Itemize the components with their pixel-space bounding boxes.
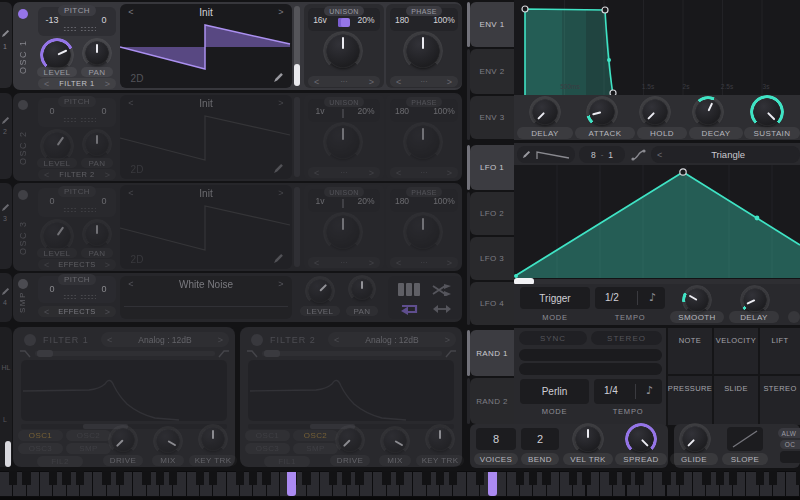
rand-mode-box[interactable]: Perlin bbox=[520, 379, 589, 404]
pressed-key[interactable] bbox=[287, 472, 296, 496]
sampler-pitch-box[interactable]: PITCH 0 0 bbox=[38, 276, 116, 303]
phase-option-selector[interactable]: < ··· > bbox=[390, 257, 458, 268]
bend-value-box[interactable]: 2 bbox=[521, 428, 559, 450]
note-icon[interactable]: ♪ bbox=[649, 291, 656, 304]
rand-tempo-box[interactable]: 1/4 ♪ bbox=[594, 379, 662, 404]
blend-slider-thumb[interactable] bbox=[37, 350, 53, 357]
phase-value[interactable]: 180 bbox=[392, 106, 412, 116]
chevron-left-icon[interactable]: < bbox=[314, 258, 319, 268]
tab-env1[interactable]: ENV 1 bbox=[470, 2, 514, 47]
filter2-link-fil1[interactable]: FIL1 bbox=[264, 456, 310, 467]
sample-display[interactable]: < > White Noise bbox=[120, 276, 292, 319]
unison-detune-knob[interactable] bbox=[326, 125, 360, 159]
filter1-input-osc3[interactable]: OSC3 bbox=[18, 443, 63, 454]
unison-detune-value[interactable]: 20% bbox=[354, 15, 378, 25]
sample-prev-icon[interactable]: < bbox=[126, 279, 136, 289]
chevron-right-icon[interactable]: > bbox=[369, 168, 374, 178]
edit-pencil-icon[interactable] bbox=[273, 163, 284, 174]
osc2-pan-knob[interactable] bbox=[85, 132, 109, 156]
chevron-right-icon[interactable]: > bbox=[447, 258, 452, 268]
chevron-right-icon[interactable]: > bbox=[105, 170, 110, 180]
chevron-right-icon[interactable]: > bbox=[447, 168, 452, 178]
osc1-pitch-box[interactable]: PITCH -13 0 bbox=[38, 7, 116, 36]
env-sustain-knob[interactable] bbox=[753, 98, 781, 126]
phase-option-selector[interactable]: < ··· > bbox=[390, 167, 458, 178]
rand-display-row1[interactable] bbox=[519, 349, 662, 361]
filter1-power-indicator[interactable] bbox=[24, 334, 36, 346]
phase-random-value[interactable]: 100% bbox=[431, 196, 457, 206]
filter2-blend-slider[interactable] bbox=[262, 351, 442, 356]
lfo-paint-box[interactable] bbox=[517, 146, 575, 163]
voices-value-box[interactable]: 8 bbox=[476, 428, 516, 450]
chevron-right-icon[interactable]: > bbox=[369, 258, 374, 268]
pitch-tune-value[interactable]: 0 bbox=[94, 106, 114, 116]
view-mode-label[interactable]: 2D bbox=[128, 164, 146, 175]
unison-option-selector[interactable]: < ··· > bbox=[308, 257, 380, 268]
chevron-right-icon[interactable]: > bbox=[105, 260, 110, 270]
unison-voices-value[interactable]: 16v bbox=[310, 15, 330, 25]
sample-name[interactable]: White Noise bbox=[150, 279, 262, 290]
mod-source-pressure[interactable]: PRESSURE bbox=[668, 376, 712, 425]
osc3-pitch-box[interactable]: PITCH 0 0 bbox=[38, 188, 116, 217]
pitch-tune-value[interactable]: 0 bbox=[94, 15, 114, 25]
filter1-link-fil2[interactable]: FIL2 bbox=[37, 456, 83, 467]
chevron-left-icon[interactable]: < bbox=[107, 335, 112, 345]
phase-random-value[interactable]: 100% bbox=[431, 106, 457, 116]
chevron-right-icon[interactable]: > bbox=[105, 307, 110, 317]
lfo-smooth-knob[interactable] bbox=[685, 288, 709, 312]
osc1-level-knob[interactable] bbox=[43, 41, 71, 69]
pitch-transpose-value[interactable]: 0 bbox=[40, 196, 64, 206]
osc1-routing-selector[interactable]: < FILTER 1 > bbox=[38, 78, 116, 89]
pitch-transpose-value[interactable]: -13 bbox=[40, 15, 64, 25]
filter2-type-selector[interactable]: < Analog : 12dB > bbox=[328, 332, 456, 347]
filter1-response-display[interactable] bbox=[21, 360, 227, 421]
smooth-curve-icon[interactable] bbox=[630, 148, 648, 162]
env-decay-knob[interactable] bbox=[695, 99, 721, 125]
bounce-arrows-icon[interactable] bbox=[433, 304, 451, 314]
phase-value[interactable]: 180 bbox=[392, 15, 412, 25]
wavetable-frame-slider[interactable] bbox=[294, 187, 300, 267]
filter2-keytrk-knob[interactable] bbox=[428, 427, 452, 451]
filter1-type-selector[interactable]: < Analog : 12dB > bbox=[101, 332, 229, 347]
view-mode-label[interactable]: 2D bbox=[128, 73, 146, 84]
lfo-tempo-box[interactable]: 1/2 ♪ bbox=[595, 287, 665, 309]
filter2-input-osc1[interactable]: OSC1 bbox=[245, 430, 290, 441]
lfo-grid-ratio[interactable]: 8 - 1 bbox=[579, 146, 625, 163]
mod-source-stereo[interactable]: STEREO bbox=[760, 376, 800, 425]
osc2-power-indicator[interactable] bbox=[18, 100, 28, 110]
chevron-left-icon[interactable]: < bbox=[334, 335, 339, 345]
filter1-input-osc2[interactable]: OSC2 bbox=[66, 430, 111, 441]
tab-lfo4[interactable]: LFO 4 bbox=[470, 282, 514, 325]
filter2-power-indicator[interactable] bbox=[251, 334, 263, 346]
chevron-left-icon[interactable]: < bbox=[44, 79, 49, 89]
osc3-level-knob[interactable] bbox=[43, 222, 71, 250]
tab-lfo2[interactable]: LFO 2 bbox=[470, 192, 514, 235]
pencil-icon[interactable] bbox=[522, 150, 531, 159]
phase-option-selector[interactable]: < ··· > bbox=[390, 76, 458, 87]
vel-trk-knob[interactable] bbox=[575, 426, 601, 452]
edit-pencil-icon[interactable] bbox=[273, 72, 284, 83]
pitch-transpose-value[interactable]: 0 bbox=[40, 284, 64, 294]
chevron-left-icon[interactable]: < bbox=[314, 77, 319, 87]
wavetable-frame-slider[interactable] bbox=[294, 6, 300, 86]
view-mode-label[interactable]: 2D bbox=[128, 254, 146, 265]
spread-knob[interactable] bbox=[628, 426, 654, 452]
tab-lfo3[interactable]: LFO 3 bbox=[470, 237, 514, 280]
osc3-power-indicator[interactable] bbox=[18, 190, 28, 200]
filter2-input-osc3[interactable]: OSC3 bbox=[245, 443, 290, 454]
filter2-mix-knob[interactable] bbox=[383, 429, 407, 453]
lfo-mode-box[interactable]: Trigger bbox=[520, 287, 590, 309]
lfo-shape-selector[interactable]: < Triangle bbox=[651, 146, 800, 163]
rand-tempo-value[interactable]: 1/4 bbox=[604, 385, 618, 396]
chevron-right-icon[interactable]: > bbox=[445, 335, 450, 345]
osc3-wavetable-display[interactable]: < > Init 2D bbox=[120, 185, 292, 269]
unison-detune-value[interactable]: 20% bbox=[354, 106, 378, 116]
filter2-input-osc2[interactable]: OSC2 bbox=[293, 430, 338, 441]
osc3-routing-selector[interactable]: < EFFECTS > bbox=[38, 259, 116, 270]
env-attack-knob[interactable] bbox=[589, 99, 615, 125]
filter2-input-smp[interactable]: SMP bbox=[293, 443, 338, 454]
osc2-routing-selector[interactable]: < FILTER 2 > bbox=[38, 169, 116, 180]
osc1-pan-knob[interactable] bbox=[85, 41, 109, 65]
env-delay-knob[interactable] bbox=[532, 99, 558, 125]
mod-source-velocity[interactable]: VELOCITY bbox=[714, 328, 758, 374]
